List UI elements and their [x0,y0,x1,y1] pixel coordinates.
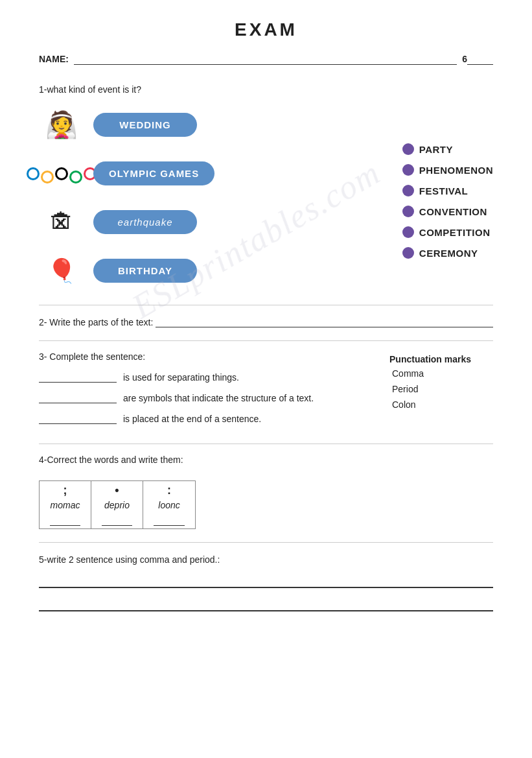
event-row-birthday: 🎈 BIRTHDAY [39,250,389,292]
section5-label: 5-write 2 sentence using comma and perio… [39,554,493,565]
fill-text-1: is used for separating things. [123,372,239,383]
olympic-button[interactable]: OLYMPIC GAMES [93,161,214,185]
divider1 [39,305,493,305]
grade-line [467,53,493,65]
option-ceremony-label: CEREMONY [419,248,478,259]
section5: 5-write 2 sentence using comma and perio… [39,554,493,611]
birthday-button[interactable]: BIRTHDAY [93,259,197,283]
wedding-icon: 👰 [39,104,84,146]
earthquake-button[interactable]: earthquake [93,210,197,234]
option-phenomenon-label: PHENOMENON [419,165,493,176]
dot-ceremony [402,247,414,259]
section3-left: 3- Complete the sentence: is used for se… [39,351,370,433]
option-convention-label: CONVENTION [419,206,487,217]
earthquake-icon: 🏚 [39,201,84,243]
dot-party [402,143,414,155]
divider4 [39,542,493,543]
blank-3[interactable] [39,412,117,424]
rings-display [24,161,99,186]
option-convention: CONVENTION [402,206,493,217]
ring-green [69,171,82,184]
section2-label: 2- Write the parts of the text: [39,317,153,327]
section2: 2- Write the parts of the text: [39,316,493,327]
option-festival-label: FESTIVAL [419,185,468,196]
sym-1: • [115,484,119,497]
dot-competition [402,226,414,238]
word-2: loonc [158,500,179,510]
word-0: momac [51,500,80,510]
sentence-line-2[interactable] [39,597,493,611]
ring-blue [27,167,40,180]
option-competition: COMPETITION [402,226,493,238]
sentence-line-1[interactable] [39,574,493,588]
ring-black [55,167,68,180]
answer-line-0[interactable] [50,515,80,526]
correct-cell-2: : loonc [143,481,195,528]
word-1: deprio [104,500,130,510]
name-line [74,53,457,65]
olympic-icon [39,152,84,195]
answer-line-2[interactable] [154,515,185,526]
punct-title: Punctuation marks [389,354,493,364]
event-row-wedding: 👰 WEDDING [39,104,389,146]
divider2 [39,340,493,341]
divider3 [39,444,493,444]
page-title: EXAM [39,19,493,40]
fill-text-3: is placed at the end of a sentence. [123,414,261,424]
option-competition-label: COMPETITION [419,227,491,238]
section3-container: 3- Complete the sentence: is used for se… [39,351,493,433]
birthday-icon: 🎈 [39,250,84,292]
section3-right: Punctuation marks Comma Period Colon [389,351,493,433]
section2-row: 2- Write the parts of the text: [39,316,493,327]
option-party-label: PARTY [419,144,453,155]
ring-yellow [41,171,54,184]
option-festival: FESTIVAL [402,185,493,196]
blank-1[interactable] [39,371,117,383]
name-row: NAME: 6 [39,53,493,65]
wedding-button[interactable]: WEDDING [93,113,197,137]
option-phenomenon: PHENOMENON [402,164,493,176]
event-row-olympic: OLYMPIC GAMES [39,152,389,195]
sym-2: : [167,484,171,497]
blank-2[interactable] [39,392,117,403]
event-right: PARTY PHENOMENON FESTIVAL CONVENTION COM… [402,104,493,292]
fill-row-2: are symbols that indicate the structure … [39,392,370,403]
section1: 1-what kind of event is it? 👰 WEDDING [39,84,493,292]
grade-label: 6 [462,54,467,64]
sym-0: ; [64,484,67,497]
section4-label: 4-Correct the words and write them: [39,455,493,465]
section2-line [156,316,493,327]
option-party: PARTY [402,143,493,155]
fill-row-1: is used for separating things. [39,371,370,383]
dot-convention [402,206,414,217]
event-left: 👰 WEDDING OLYMPIC GAMES 🏚 [39,104,389,292]
punct-colon: Colon [389,399,493,410]
section1-label: 1-what kind of event is it? [39,84,493,95]
event-row-earthquake: 🏚 earthquake [39,201,389,243]
dot-festival [402,185,414,196]
section3-label: 3- Complete the sentence: [39,351,370,362]
correct-table: ; momac • deprio : loonc [39,480,196,529]
event-grid: 👰 WEDDING OLYMPIC GAMES 🏚 [39,104,493,292]
answer-line-1[interactable] [102,515,132,526]
correct-cell-1: • deprio [91,481,143,528]
option-ceremony: CEREMONY [402,247,493,259]
fill-row-3: is placed at the end of a sentence. [39,412,370,424]
dot-phenomenon [402,164,414,176]
name-label: NAME: [39,54,69,64]
section4: 4-Correct the words and write them: ; mo… [39,455,493,529]
punct-comma: Comma [389,368,493,379]
correct-cell-0: ; momac [40,481,91,528]
punct-period: Period [389,384,493,394]
fill-text-2: are symbols that indicate the structure … [123,393,314,403]
